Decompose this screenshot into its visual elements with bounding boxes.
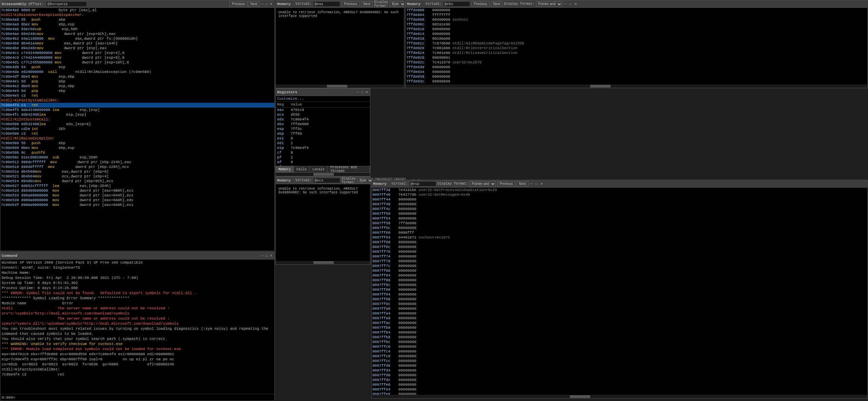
disasm-instruction[interactable]: 7c90e50c 81ecd0020000 sub esp,2D0h xyxy=(0,155,274,160)
register-row[interactable]: eax4701c9 xyxy=(276,108,370,112)
disasm-instruction[interactable]: 7c90e518 898ddfffff mov dword ptr [ebp-2… xyxy=(0,165,274,169)
memory2-addr-input[interactable] xyxy=(443,1,470,7)
disasm-instruction[interactable]: 7c90e53f 8988a0000000 mov dword ptr [eax… xyxy=(0,203,274,207)
command-close-icon[interactable]: ✕ xyxy=(269,254,273,257)
disasm-instruction[interactable]: 7c90e4b2 64a1180000 mov eax,dword ptr fs… xyxy=(0,36,274,41)
disasm-instruction[interactable]: 7c90e533 898a00000000 mov dword ptr [eax… xyxy=(0,193,274,198)
disassembly-close-icon[interactable]: ✕ xyxy=(269,1,273,7)
disasm-instruction[interactable]: 7c90e52d 898d80b00000 mov dword ptr [eax… xyxy=(0,188,274,193)
disasm-instruction[interactable]: 7c90e4df 8be5mov esp,ebp xyxy=(0,74,274,79)
disassembly-minimize-icon[interactable]: ─ xyxy=(261,1,264,7)
disasm-instruction[interactable]: 7c90e4e1 5dpop ebp xyxy=(0,79,274,84)
memory1-scrollbar[interactable] xyxy=(276,84,404,88)
memory4-line: 0007ff40 7e42770b user32!GetMessageA+0x4… xyxy=(372,192,867,197)
memory2-minimize-icon[interactable]: ─ xyxy=(564,2,567,6)
memory4-next-button[interactable]: Next xyxy=(517,181,528,187)
registers-scrollbar[interactable] xyxy=(276,173,370,176)
memory2-prev-button[interactable]: Previous xyxy=(471,1,489,7)
command-input[interactable] xyxy=(17,396,273,400)
disasm-instruction[interactable]: 7c90e4a8 55push ebp xyxy=(0,17,274,22)
tab-processes-and-threads[interactable]: Processes and Threads xyxy=(328,166,370,172)
register-row[interactable]: pf1 xyxy=(276,155,370,160)
tab-memory[interactable]: Memory xyxy=(276,166,294,172)
disasm-instruction[interactable]: 7c90e527 8d852cffffff lea eax,[ebp-2D4h] xyxy=(0,184,274,188)
memory2-format-select[interactable]: Pointer and xyxy=(536,1,562,7)
command-output: Windows XP Version 2600 (Service Pack 3)… xyxy=(0,260,274,394)
memory4-line: 0007ff60 0000fff xyxy=(372,230,867,235)
disasm-instruction[interactable]: 7c90e4c1 c7442440000000 mov dword ptr [e… xyxy=(0,51,274,55)
register-row[interactable]: edi1 xyxy=(276,141,370,146)
disassembly-content: 7c90e4a6 0000or byte ptr [eax],alntdll!K… xyxy=(0,8,274,251)
disasm-instruction[interactable]: 7c90e4ab 83ec50sub esp,50h xyxy=(0,27,274,32)
memory4-scrollbar[interactable] xyxy=(372,395,867,398)
registers-maximize-icon[interactable]: □ xyxy=(361,90,364,94)
offset-input[interactable] xyxy=(46,1,87,7)
disasm-instruction[interactable]: 7c90e4d1 c77c2455000000 mov dword ptr [e… xyxy=(0,60,274,65)
memory3-addr-input[interactable] xyxy=(313,178,340,183)
command-maximize-icon[interactable]: □ xyxy=(265,254,268,257)
disasm-instruction[interactable]: 7c90e50b 9cpushfd xyxy=(0,150,274,155)
disasm-instruction[interactable]: 7c90e4b8 8b401a4mov eax,dword ptr [eax+1… xyxy=(0,41,274,46)
disasm-instruction[interactable]: 7c90e4d9 54push esp xyxy=(0,65,274,70)
disasm-instruction[interactable]: 7c90e524 894d0cmov dword ptr [ebp+0Ch],e… xyxy=(0,179,274,184)
memory4-format-select[interactable]: Pointer and xyxy=(469,181,496,187)
disasm-instruction[interactable]: 7c90e508 55push ebp xyxy=(0,141,274,146)
memory2-line: 7ffde030 00000000 xyxy=(406,65,867,70)
disasm-instruction[interactable]: 7c90e504 cd2eint 2Eh xyxy=(0,127,274,131)
disasm-instruction[interactable]: 7c90e4ae 894240cmov dword ptr [esp+0Ch],… xyxy=(0,32,274,36)
memory4-prev-button[interactable]: Previous xyxy=(497,181,515,187)
customize-button[interactable]: Customize... xyxy=(276,96,370,102)
register-row[interactable]: ebx7ffde000 xyxy=(276,122,370,127)
disasm-instruction[interactable]: 7c90e4a6 0000or byte ptr [eax],al xyxy=(0,8,274,13)
disasm-instruction[interactable]: 7c90e51e 8b4508mov eax,dword ptr [ebp+8] xyxy=(0,169,274,174)
disasm-instruction[interactable]: 7c90e4e4 5dpop ebp xyxy=(0,89,274,93)
disasm-instruction[interactable]: 7c90e512 898dcffffff mov dword ptr [ebp-… xyxy=(0,160,274,165)
memory4-maximize-icon[interactable]: □ xyxy=(535,182,538,186)
disasm-instruction[interactable]: 7c90e4f5 8da4240000000 lea esp,[esp] xyxy=(0,108,274,112)
disasm-instruction[interactable]: 7c90e4e2 8be5mov esp,ebp xyxy=(0,84,274,89)
disassembly-maximize-icon[interactable]: □ xyxy=(265,1,268,7)
register-row[interactable]: af0 xyxy=(276,160,370,165)
memory4-addr-input[interactable] xyxy=(409,181,436,187)
disasm-instruction[interactable]: 7c90e4da e829000000 call ntdll!RtlRaiseE… xyxy=(0,70,274,74)
tab-locals[interactable]: Locals xyxy=(310,166,328,172)
registers-close-icon[interactable]: ✕ xyxy=(365,90,369,94)
register-row[interactable]: esi0 xyxy=(276,136,370,141)
disasm-instruction[interactable]: 7c90e4e5 c3ret xyxy=(0,93,274,98)
disasm-instruction[interactable]: 7c90e4a9 8becmov ebp,esp xyxy=(0,22,274,27)
memory2-next-button[interactable]: Next xyxy=(491,1,503,7)
memory-panel-3: Memory Virtual: Display format: Byte Pre… xyxy=(275,176,370,265)
memory1-prev-button[interactable]: Previous xyxy=(342,1,360,7)
register-row[interactable]: eip7c90e4f4 xyxy=(276,146,370,150)
command-minimize-icon[interactable]: ─ xyxy=(261,254,264,257)
memory1-next-button[interactable]: Next xyxy=(361,1,373,7)
memory2-maximize-icon[interactable]: □ xyxy=(569,2,572,6)
disasm-instruction[interactable]: 7c90e500 8d542408lea edx,[esp+8] xyxy=(0,122,274,127)
memory2-scrollbar[interactable] xyxy=(406,84,867,88)
register-row[interactable]: ecxd556 xyxy=(276,112,370,117)
memory1-format-select[interactable]: Byte xyxy=(390,1,406,7)
register-row[interactable]: cf0 xyxy=(276,150,370,155)
register-row[interactable]: esp7ff3c xyxy=(276,127,370,131)
disassembly-next-button[interactable]: Next xyxy=(248,1,260,7)
tab-calls[interactable]: Calls xyxy=(294,166,310,172)
disasm-instruction[interactable]: 7c90e509 8becmov ebp,esp xyxy=(0,146,274,150)
memory2-close-icon[interactable]: ✕ xyxy=(574,2,578,6)
register-row[interactable]: ebp7ff60 xyxy=(276,131,370,136)
memory4-minimize-icon[interactable]: ─ xyxy=(530,182,534,186)
memory3-format-select[interactable]: Byte xyxy=(357,178,373,183)
disasm-instruction[interactable]: 7c90e4be 894240cmov dword ptr [esp],eax xyxy=(0,46,274,51)
disasm-instruction[interactable]: 7c90e4fc 8d642400lea esp,[esp] xyxy=(0,112,274,117)
disassembly-prev-button[interactable]: Previous xyxy=(229,1,247,7)
register-row[interactable]: edx7c90e4f4 xyxy=(276,117,370,122)
disasm-instruction[interactable]: 7c90e506 c3ret xyxy=(0,131,274,136)
memory1-addr-input[interactable] xyxy=(313,1,340,7)
disasm-instruction[interactable]: 7c90e4f0 c3ret xyxy=(0,103,274,108)
disasm-instruction[interactable]: 7c90e4c9 c7442444000000 mov dword ptr [e… xyxy=(0,55,274,60)
disasm-instruction[interactable]: 7c90e521 8b4b04mov ecx,dword ptr [ebp+4] xyxy=(0,174,274,179)
memory2-line: 7ffde020 7c901000 ntdll!RtlEnterCritical… xyxy=(406,46,867,51)
memory3-scrollbar[interactable] xyxy=(276,261,370,264)
registers-minimize-icon[interactable]: ─ xyxy=(356,90,360,94)
disasm-instruction[interactable]: 7c90e539 8990a0000000 mov dword ptr [eax… xyxy=(0,198,274,203)
memory4-close-icon[interactable]: ✕ xyxy=(540,182,544,186)
